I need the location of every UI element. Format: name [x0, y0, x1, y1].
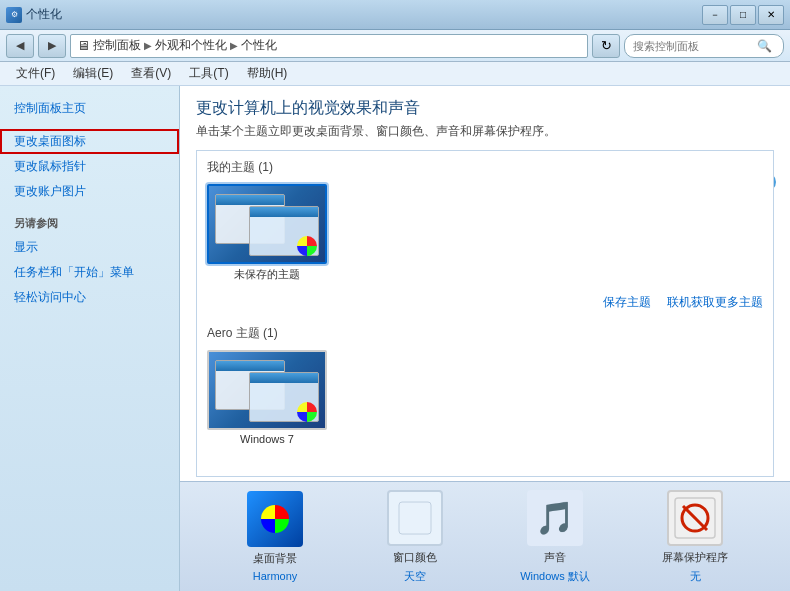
content-area: ? 更改计算机上的视觉效果和声音 单击某个主题立即更改桌面背景、窗口颜色、声音和… — [180, 86, 790, 591]
content-header: 更改计算机上的视觉效果和声音 单击某个主题立即更改桌面背景、窗口颜色、声音和屏幕… — [180, 86, 790, 146]
address-bar: ◀ ▶ 🖥 控制面板 ▶ 外观和个性化 ▶ 个性化 ↻ 🔍 — [0, 30, 790, 62]
sound-sublabel: Windows 默认 — [520, 569, 590, 584]
wallpaper-label: 桌面背景 — [253, 551, 297, 566]
refresh-icon: ↻ — [601, 38, 612, 53]
menu-edit[interactable]: 编辑(E) — [65, 63, 121, 84]
menu-file[interactable]: 文件(F) — [8, 63, 63, 84]
sidebar-change-mouse-pointer[interactable]: 更改鼠标指针 — [0, 154, 179, 179]
theme-name-unsaved: 未保存的主题 — [207, 267, 327, 282]
path-part-1: 控制面板 — [93, 37, 141, 54]
back-button[interactable]: ◀ — [6, 34, 34, 58]
sidebar-change-desktop-icons[interactable]: 更改桌面图标 — [0, 129, 179, 154]
screensaver-icon — [667, 490, 723, 546]
forward-button[interactable]: ▶ — [38, 34, 66, 58]
theme-name-aero: Windows 7 — [207, 433, 327, 445]
window-title: 个性化 — [26, 6, 62, 23]
sidebar-accessibility[interactable]: 轻松访问中心 — [0, 285, 179, 310]
screensaver-svg — [673, 496, 717, 540]
wallpaper-logo — [261, 505, 289, 533]
bottom-bar: 桌面背景 Harmony 窗口颜色 天空 🎵 声音 Windows — [180, 481, 790, 591]
bottom-color[interactable]: 窗口颜色 天空 — [345, 482, 485, 592]
theme-preview-unsaved — [207, 184, 327, 264]
window-controls: － □ ✕ — [702, 5, 784, 25]
sidebar-change-account-picture[interactable]: 更改账户图片 — [0, 179, 179, 204]
theme-logo — [297, 236, 317, 256]
color-label: 窗口颜色 — [393, 550, 437, 565]
aero-logo — [297, 402, 317, 422]
my-themes-title: 我的主题 (1) — [197, 151, 773, 180]
minimize-button[interactable]: － — [702, 5, 728, 25]
theme-preview-aero — [207, 350, 327, 430]
wallpaper-icon — [247, 491, 303, 547]
sound-label: 声音 — [544, 550, 566, 565]
sidebar-taskbar[interactable]: 任务栏和「开始」菜单 — [0, 260, 179, 285]
save-theme-link[interactable]: 保存主题 — [603, 294, 651, 311]
color-sublabel: 天空 — [404, 569, 426, 584]
sidebar-control-panel-home[interactable]: 控制面板主页 — [0, 96, 179, 121]
sidebar: 控制面板主页 更改桌面图标 更改鼠标指针 更改账户图片 另请参阅 显示 任务栏和… — [0, 86, 180, 591]
sound-icon-glyph: 🎵 — [535, 499, 575, 537]
title-bar-left: ⚙ 个性化 — [6, 6, 62, 23]
screensaver-label: 屏幕保护程序 — [662, 550, 728, 565]
path-part-3: 个性化 — [241, 37, 277, 54]
screensaver-sublabel: 无 — [690, 569, 701, 584]
theme-item-unsaved[interactable]: 未保存的主题 — [207, 184, 327, 282]
bottom-sound[interactable]: 🎵 声音 Windows 默认 — [485, 482, 625, 592]
aero-themes-title: Aero 主题 (1) — [197, 317, 773, 346]
themes-area[interactable]: 我的主题 (1) 未保存的主题 — [196, 150, 774, 477]
sound-icon: 🎵 — [527, 490, 583, 546]
svg-rect-0 — [399, 502, 431, 534]
bottom-wallpaper[interactable]: 桌面背景 Harmony — [205, 483, 345, 590]
sidebar-display[interactable]: 显示 — [0, 235, 179, 260]
search-box[interactable]: 🔍 — [624, 34, 784, 58]
app-icon: ⚙ — [6, 7, 22, 23]
color-swatch-svg — [395, 498, 435, 538]
menu-bar: 文件(F) 编辑(E) 查看(V) 工具(T) 帮助(H) — [0, 62, 790, 86]
sidebar-also-section: 另请参阅 — [0, 204, 179, 235]
content-title: 更改计算机上的视觉效果和声音 — [196, 98, 774, 119]
content-subtitle: 单击某个主题立即更改桌面背景、窗口颜色、声音和屏幕保护程序。 — [196, 123, 774, 140]
search-input[interactable] — [633, 40, 753, 52]
theme-item-aero[interactable]: Windows 7 — [207, 350, 327, 445]
path-arrow-2: ▶ — [230, 40, 238, 51]
cp-icon: 🖥 — [77, 38, 90, 53]
my-themes-grid: 未保存的主题 — [197, 180, 773, 290]
maximize-button[interactable]: □ — [730, 5, 756, 25]
aero-themes-grid: Windows 7 — [197, 346, 773, 453]
close-button[interactable]: ✕ — [758, 5, 784, 25]
theme-actions: 保存主题 联机获取更多主题 — [197, 290, 773, 317]
color-icon — [387, 490, 443, 546]
main-layout: 控制面板主页 更改桌面图标 更改鼠标指针 更改账户图片 另请参阅 显示 任务栏和… — [0, 86, 790, 591]
wallpaper-sublabel: Harmony — [253, 570, 298, 582]
search-icon: 🔍 — [757, 39, 772, 53]
refresh-button[interactable]: ↻ — [592, 34, 620, 58]
menu-view[interactable]: 查看(V) — [123, 63, 179, 84]
menu-tools[interactable]: 工具(T) — [181, 63, 236, 84]
app-icon-text: ⚙ — [11, 10, 18, 19]
menu-help[interactable]: 帮助(H) — [239, 63, 296, 84]
path-arrow-1: ▶ — [144, 40, 152, 51]
bottom-screensaver[interactable]: 屏幕保护程序 无 — [625, 482, 765, 592]
address-path[interactable]: 🖥 控制面板 ▶ 外观和个性化 ▶ 个性化 — [70, 34, 588, 58]
title-bar: ⚙ 个性化 － □ ✕ — [0, 0, 790, 30]
path-part-2: 外观和个性化 — [155, 37, 227, 54]
online-theme-link[interactable]: 联机获取更多主题 — [667, 294, 763, 311]
